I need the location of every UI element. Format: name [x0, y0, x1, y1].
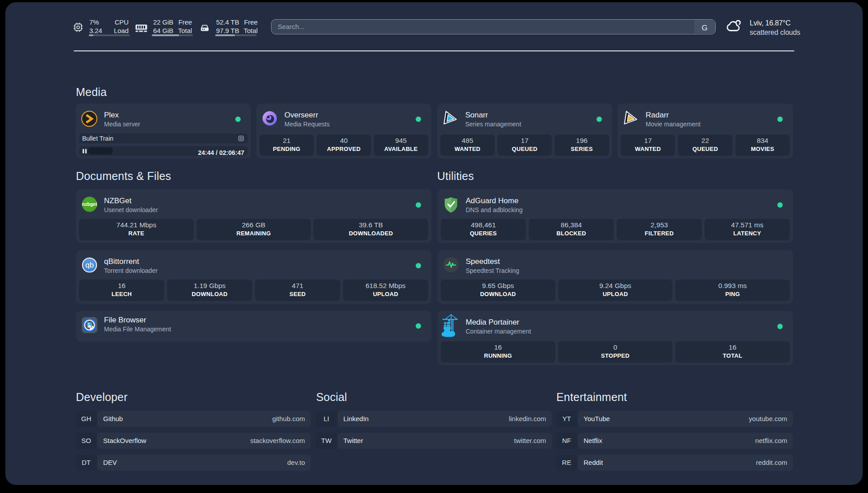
svg-text:nzbget: nzbget [82, 201, 97, 207]
svg-text:qb: qb [85, 261, 94, 269]
